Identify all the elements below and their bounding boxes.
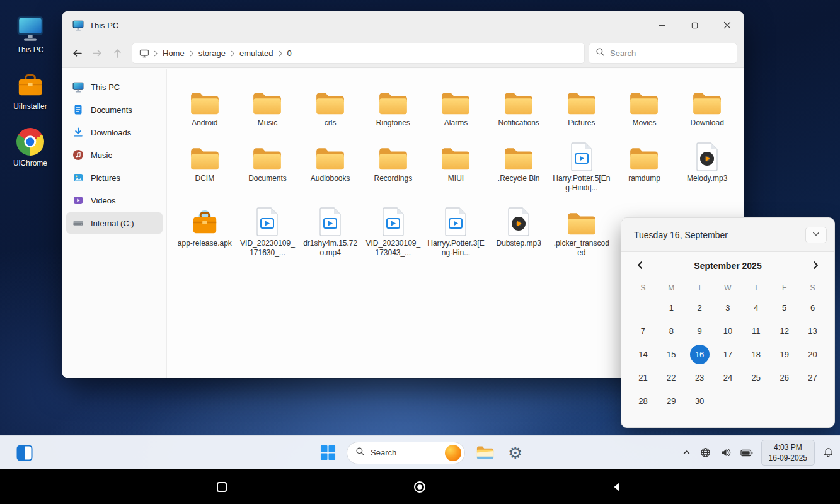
close-button[interactable] bbox=[711, 11, 744, 39]
explorer-search[interactable] bbox=[589, 43, 737, 64]
folder-dcim[interactable]: DCIM bbox=[173, 135, 236, 185]
calendar-day-24[interactable]: 24 bbox=[714, 366, 742, 389]
desktop-icon-uichrome[interactable]: UiChrome bbox=[1, 125, 59, 171]
folder-notifications[interactable]: Notifications bbox=[487, 80, 550, 129]
back-triangle-icon[interactable] bbox=[611, 481, 623, 493]
calendar-day-14[interactable]: 14 bbox=[629, 343, 657, 366]
folder-pictures[interactable]: Pictures bbox=[550, 80, 613, 129]
calendar-day-29[interactable]: 29 bbox=[657, 389, 686, 413]
file-label: .picker_transcoded bbox=[553, 239, 611, 258]
calendar-day-11[interactable]: 11 bbox=[742, 319, 770, 343]
calendar-day-5[interactable]: 5 bbox=[770, 296, 798, 319]
folder-download[interactable]: Download bbox=[676, 80, 739, 129]
search-input[interactable] bbox=[610, 49, 730, 58]
sidebar-item-pictures[interactable]: Pictures bbox=[66, 167, 163, 188]
file-melody-mp3[interactable]: Melody.mp3 bbox=[676, 135, 739, 185]
folder-ringtones[interactable]: Ringtones bbox=[362, 80, 425, 129]
folder-recordings[interactable]: Recordings bbox=[362, 135, 425, 185]
calendar-day-22[interactable]: 22 bbox=[657, 366, 686, 389]
calendar-day-23[interactable]: 23 bbox=[686, 366, 714, 389]
calendar-day-1[interactable]: 1 bbox=[657, 296, 686, 319]
calendar-day-13[interactable]: 13 bbox=[798, 319, 827, 343]
hidden-icons-chevron[interactable] bbox=[681, 447, 692, 458]
breadcrumb-item-home[interactable]: Home bbox=[160, 47, 187, 59]
volume-icon[interactable] bbox=[719, 446, 732, 459]
settings-gear-icon[interactable]: ⚙ bbox=[505, 442, 525, 464]
folder-recycle-bin[interactable]: .Recycle Bin bbox=[487, 135, 550, 185]
minimize-button[interactable] bbox=[645, 11, 678, 39]
file-dubstep-mp3[interactable]: Dubstep.mp3 bbox=[487, 200, 550, 249]
desktop-icon-uiinstaller[interactable]: UiInstaller bbox=[1, 68, 59, 114]
folder-crls[interactable]: crls bbox=[299, 80, 362, 129]
breadcrumb-item-0[interactable]: 0 bbox=[285, 47, 294, 59]
file-explorer-taskbar-icon[interactable] bbox=[473, 442, 497, 463]
widgets-pane-icon[interactable] bbox=[14, 442, 35, 464]
calendar-day-9[interactable]: 9 bbox=[686, 319, 714, 343]
file-dr1shy4m-15-72o-mp4[interactable]: dr1shy4m.15.72o.mp4 bbox=[299, 200, 362, 259]
calendar-next-button[interactable] bbox=[807, 257, 824, 275]
battery-icon[interactable] bbox=[739, 448, 754, 458]
folder-alarms[interactable]: Alarms bbox=[425, 80, 488, 129]
calendar-collapse-button[interactable] bbox=[805, 227, 827, 243]
folder-picker-transcoded[interactable]: .picker_transcoded bbox=[550, 200, 613, 259]
taskbar-clock[interactable]: 4:03 PM 16-09-2025 bbox=[761, 440, 815, 465]
notification-bell-icon[interactable] bbox=[822, 446, 835, 459]
calendar-day-6[interactable]: 6 bbox=[798, 296, 827, 319]
folder-music[interactable]: Music bbox=[236, 80, 299, 129]
calendar-day-3[interactable]: 3 bbox=[714, 296, 742, 319]
calendar-day-25[interactable]: 25 bbox=[742, 366, 770, 389]
breadcrumb-item-emulated[interactable]: emulated bbox=[237, 47, 275, 59]
folder-movies[interactable]: Movies bbox=[613, 80, 676, 129]
network-globe-icon[interactable] bbox=[699, 446, 712, 459]
sidebar-item-videos[interactable]: Videos bbox=[66, 190, 163, 211]
sidebar-item-downloads[interactable]: Downloads bbox=[66, 122, 163, 143]
calendar-day-28[interactable]: 28 bbox=[629, 389, 657, 413]
calendar-day-27[interactable]: 27 bbox=[798, 366, 827, 389]
file-harry-potter-5-eng-hindi[interactable]: Harry.Potter.5[Eng-Hindi]... bbox=[550, 135, 613, 194]
calendar-day-19[interactable]: 19 bbox=[770, 343, 798, 366]
calendar-day-4[interactable]: 4 bbox=[742, 296, 770, 319]
up-button[interactable] bbox=[108, 43, 127, 64]
file-vid-20230109-171630[interactable]: VID_20230109_171630_... bbox=[236, 200, 299, 259]
calendar-day-18[interactable]: 18 bbox=[742, 343, 770, 366]
calendar-day-7[interactable]: 7 bbox=[629, 319, 657, 343]
calendar-day-2[interactable]: 2 bbox=[686, 296, 714, 319]
calendar-day-10[interactable]: 10 bbox=[714, 319, 742, 343]
folder-documents[interactable]: Documents bbox=[236, 135, 299, 185]
sidebar-item-this-pc[interactable]: This PC bbox=[66, 76, 163, 98]
titlebar[interactable]: This PC bbox=[62, 11, 744, 39]
folder-ramdump[interactable]: ramdump bbox=[613, 135, 676, 185]
recents-square-icon[interactable] bbox=[216, 481, 227, 493]
forward-button[interactable] bbox=[88, 43, 106, 64]
folder-android[interactable]: Android bbox=[173, 80, 236, 129]
file-vid-20230109-173043[interactable]: VID_20230109_173043_... bbox=[362, 200, 425, 259]
calendar-day-17[interactable]: 17 bbox=[714, 343, 742, 366]
sidebar-item-music[interactable]: Music bbox=[66, 144, 163, 166]
breadcrumb[interactable]: Home storage emulated 0 bbox=[132, 43, 585, 64]
sidebar-item-label: Music bbox=[91, 151, 112, 160]
home-circle-icon[interactable] bbox=[413, 481, 426, 493]
maximize-button[interactable] bbox=[678, 11, 711, 39]
desktop-icon-this-pc[interactable]: This PC bbox=[1, 11, 59, 57]
sidebar-item-label: Pictures bbox=[91, 173, 120, 183]
start-button[interactable] bbox=[318, 442, 338, 463]
taskbar-search[interactable]: Search bbox=[347, 442, 465, 464]
chevron-right-icon bbox=[188, 50, 195, 57]
calendar-day-15[interactable]: 15 bbox=[657, 343, 686, 366]
calendar-day-16[interactable]: 16 bbox=[686, 343, 714, 366]
back-button[interactable] bbox=[67, 43, 86, 64]
calendar-day-12[interactable]: 12 bbox=[770, 319, 798, 343]
calendar-day-8[interactable]: 8 bbox=[657, 319, 686, 343]
sidebar-item-internal-c[interactable]: Internal (C:) bbox=[66, 212, 163, 234]
folder-miui[interactable]: MIUI bbox=[425, 135, 488, 185]
folder-audiobooks[interactable]: Audiobooks bbox=[299, 135, 362, 185]
calendar-day-20[interactable]: 20 bbox=[798, 343, 827, 366]
calendar-day-21[interactable]: 21 bbox=[629, 366, 657, 389]
calendar-day-30[interactable]: 30 bbox=[686, 389, 714, 413]
sidebar-item-documents[interactable]: Documents bbox=[66, 99, 163, 120]
calendar-prev-button[interactable] bbox=[631, 257, 649, 275]
calendar-day-26[interactable]: 26 bbox=[770, 366, 798, 389]
file-app-release-apk[interactable]: app-release.apk bbox=[173, 200, 236, 249]
file-harryy-potter-3-eng-hin[interactable]: Harryy.Potter.3[Eng-Hin... bbox=[425, 200, 488, 259]
breadcrumb-item-storage[interactable]: storage bbox=[196, 47, 228, 59]
